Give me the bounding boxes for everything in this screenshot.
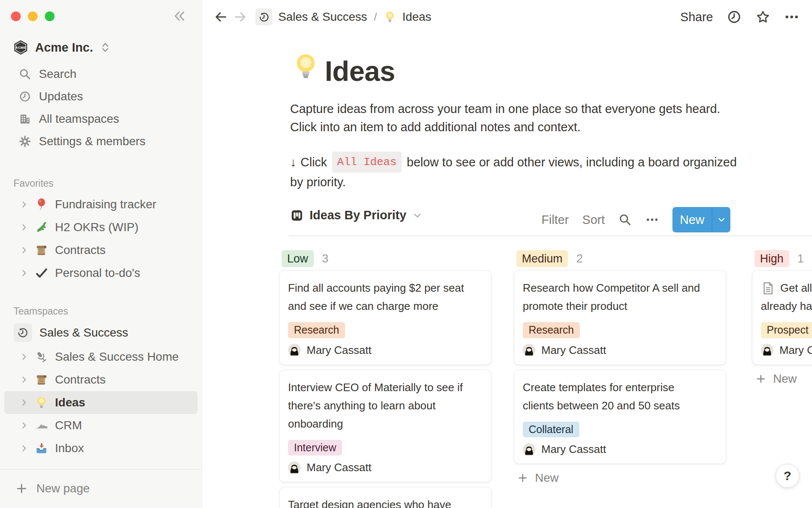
card-title: Create templates for enterprise xyxy=(523,378,717,397)
star-icon[interactable] xyxy=(755,9,771,25)
idea-card[interactable]: Find all accounts paying $2 per seat and… xyxy=(279,270,491,365)
sidebar-item-fundraising-tracker[interactable]: Fundraising tracker xyxy=(0,193,202,216)
help-button[interactable]: ? xyxy=(776,464,799,488)
chevron-right-icon[interactable] xyxy=(19,444,29,453)
sidebar-item-search[interactable]: Search xyxy=(0,63,202,85)
back-icon[interactable] xyxy=(214,10,228,24)
page-lightbulb-icon[interactable] xyxy=(291,52,321,81)
new-page-button[interactable]: New page xyxy=(0,478,202,500)
view-tab-ideas-by-priority[interactable]: Ideas By Priority xyxy=(290,208,422,222)
sidebar-item-contracts[interactable]: Contracts xyxy=(0,368,202,391)
lightbulb-icon xyxy=(35,396,48,409)
sidebar-item-personal-todos[interactable]: Personal to-do's xyxy=(0,262,202,284)
sidebar-item-sales-success-teamspace[interactable]: Sales & Success xyxy=(0,322,202,344)
page-title: Ideas xyxy=(325,55,395,87)
search-icon xyxy=(19,68,31,80)
zoom-window-button[interactable] xyxy=(45,11,55,21)
assignee-row: Mary Cassatt xyxy=(523,443,717,456)
new-entry-dropdown[interactable] xyxy=(712,207,730,232)
teamspaces-section-label: Teamspaces xyxy=(14,306,68,317)
assignee-row: Mary Cassatt xyxy=(288,344,483,357)
chevron-right-icon[interactable] xyxy=(19,223,29,232)
workspace-switcher[interactable]: ACME Acme Inc. xyxy=(13,37,193,58)
idea-card[interactable]: Get all already ha Prospect Mary C xyxy=(752,270,812,365)
filter-button[interactable]: Filter xyxy=(541,213,568,227)
sidebar-item-label: CRM xyxy=(55,419,82,432)
column-count: 1 xyxy=(798,252,804,265)
sidebar-item-label: All teamspaces xyxy=(39,112,119,126)
toolbar-divider xyxy=(289,235,812,236)
idea-card[interactable]: Target design agencies who have xyxy=(279,487,491,508)
balloon-icon xyxy=(35,198,48,211)
new-entry-button-label[interactable]: New xyxy=(672,207,712,232)
breadcrumb-item-sales-success[interactable]: Sales & Success xyxy=(278,10,367,24)
sidebar-item-label: Updates xyxy=(39,90,83,103)
breadcrumb-item-ideas[interactable]: Ideas xyxy=(402,10,431,24)
card-title: Find all accounts paying $2 per seat xyxy=(288,279,483,297)
avatar xyxy=(761,344,774,356)
share-button[interactable]: Share xyxy=(680,10,713,24)
sneaker-icon xyxy=(35,419,48,432)
sort-button[interactable]: Sort xyxy=(582,213,605,227)
new-entry-button[interactable]: New xyxy=(672,207,730,232)
card-title: clients between 20 and 50 seats xyxy=(523,397,717,415)
idea-card[interactable]: Interview CEO of Materially to see if th… xyxy=(279,370,491,483)
search-icon[interactable] xyxy=(618,213,632,226)
tag-badge: Research xyxy=(523,322,580,338)
idea-card[interactable]: Research how Competitor A sell and promo… xyxy=(514,270,726,365)
sidebar-item-inbox[interactable]: Inbox xyxy=(0,437,202,460)
sidebar-item-label: Settings & members xyxy=(39,135,145,148)
ellipsis-icon[interactable] xyxy=(784,9,799,25)
assignee-row: Mary C xyxy=(761,344,812,357)
idea-card[interactable]: Create templates for enterprise clients … xyxy=(514,370,726,464)
sidebar-item-ideas[interactable]: Ideas xyxy=(4,391,198,414)
avatar xyxy=(523,344,535,356)
microphone-icon xyxy=(35,350,48,364)
add-card-button[interactable]: New xyxy=(752,370,812,388)
clock-icon[interactable] xyxy=(727,9,742,25)
chevron-right-icon[interactable] xyxy=(19,268,29,278)
add-card-button[interactable]: New xyxy=(514,469,726,487)
building-icon xyxy=(19,113,31,125)
chevron-right-icon[interactable] xyxy=(19,352,29,362)
sidebar-item-crm[interactable]: CRM xyxy=(0,414,202,437)
sidebar-item-label: Contracts xyxy=(55,243,106,257)
sidebar-item-updates[interactable]: Updates xyxy=(0,85,202,108)
sidebar-item-contracts-favorite[interactable]: Contracts xyxy=(0,239,202,262)
chevron-right-icon[interactable] xyxy=(19,246,29,255)
sidebar-item-sales-success-home[interactable]: Sales & Success Home xyxy=(0,345,202,368)
priority-badge-low: Low xyxy=(282,250,314,267)
chevron-right-icon[interactable] xyxy=(19,375,29,384)
instruction-text: ↓ Click All Ideas below to see or add ot… xyxy=(290,152,737,191)
history-clock-icon[interactable] xyxy=(255,8,272,25)
workspace-logo: ACME xyxy=(13,39,29,55)
workspace-name: Acme Inc. xyxy=(35,41,93,55)
card-title: promote their product xyxy=(523,297,717,315)
assignee-name: Mary Cassatt xyxy=(307,344,371,357)
forward-icon[interactable] xyxy=(233,10,247,24)
inline-code-all-ideas: All Ideas xyxy=(332,152,401,173)
favorites-list: Fundraising tracker H2 OKRs (WIP) Contra… xyxy=(0,193,202,284)
ellipsis-icon[interactable] xyxy=(645,213,659,226)
sidebar-item-h2-okrs[interactable]: H2 OKRs (WIP) xyxy=(0,216,202,239)
assignee-row: Mary Cassatt xyxy=(523,344,717,357)
main-content: Sales & Success / Ideas Share Ideas Capt… xyxy=(202,0,812,508)
instruction-rest: below to see or add other views, includi… xyxy=(407,153,737,171)
sidebar-item-settings-members[interactable]: Settings & members xyxy=(0,130,202,152)
card-title: Get all xyxy=(780,279,812,297)
chevron-right-icon[interactable] xyxy=(19,200,29,209)
close-window-button[interactable] xyxy=(11,11,21,21)
column-header: Low 3 xyxy=(279,247,491,270)
chevron-right-icon[interactable] xyxy=(19,421,29,430)
plus-icon xyxy=(517,472,528,483)
sidebar-item-all-teamspaces[interactable]: All teamspaces xyxy=(0,108,202,130)
column-count: 3 xyxy=(322,252,329,265)
collapse-sidebar-icon[interactable] xyxy=(172,9,187,23)
description-line: Click into an item to add additional not… xyxy=(290,118,720,136)
chevron-right-icon[interactable] xyxy=(19,398,29,407)
minimize-window-button[interactable] xyxy=(28,11,38,21)
teamspace-name: Sales & Success xyxy=(39,326,128,340)
scroll-icon xyxy=(35,243,48,257)
chevron-down-icon xyxy=(412,210,422,221)
breadcrumb-separator: / xyxy=(373,11,378,24)
